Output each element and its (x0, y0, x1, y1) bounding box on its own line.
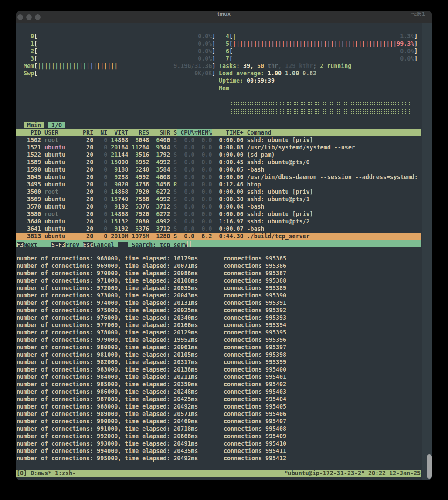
log-line-left: number of connections: 980000, time elap… (17, 344, 198, 351)
meter-label: 7 (219, 55, 229, 62)
log-line-right: connections 995400 (224, 366, 286, 373)
process-row-3580[interactable]: 3580 root 20 0 14868 7920 6272 S 0.0 0.0… (17, 210, 313, 218)
log-line-right: connections 995405 (224, 403, 286, 410)
tmux-status-bar: [0] 0:aws* 1:zsh-"ubuntu@ip-172-31-23-2"… (16, 470, 421, 477)
search-prompt: Search: (132, 242, 160, 248)
key-label-cancel[interactable]: Cancel (93, 242, 114, 248)
column-header-pri[interactable]: PRI (79, 129, 93, 136)
cell-ni: 0 (93, 189, 107, 195)
cell-time: 0:00.45 (212, 159, 243, 166)
log-line-right: connections 995409 (224, 432, 286, 440)
process-row-1502[interactable]: 1502 root 20 0 14868 8048 6400 S 0.0 0.0… (17, 136, 313, 144)
process-row-3640[interactable]: 3640 ubuntu 20 0 15132 7080 4992 S 0.0 0… (17, 218, 310, 225)
column-header-shr[interactable]: SHR (149, 129, 170, 136)
cell-state: S (170, 211, 177, 217)
cell-ni: 0 (93, 137, 107, 143)
process-row-3569[interactable]: 3569 ubuntu 20 0 15740 7568 4992 S 0.0 0… (17, 196, 310, 203)
key-esc[interactable]: Esc (83, 242, 93, 248)
column-header-cpu-mem[interactable]: CPU%▽MEM% (177, 129, 212, 136)
log-line-right: connections 995397 (224, 344, 286, 351)
process-row-3813[interactable]: 3813 ubuntu 20 0 2010M 1975M 1280 S 0.0 … (16, 233, 421, 240)
cell-cpu: 0.0 (177, 181, 194, 188)
log-line-left: number of connections: 992000, time elap… (17, 432, 198, 440)
cell-cpu: 0.0 (177, 218, 194, 225)
cell-ni: 0 (93, 233, 107, 240)
key-label-next[interactable]: Next (24, 242, 37, 248)
process-row-3500[interactable]: 3500 root 20 0 14868 7920 6272 S 0.0 0.0… (17, 188, 313, 196)
key-s-f3[interactable]: S-F3 (51, 242, 65, 248)
log-line-left: number of connections: 968000, time elap… (17, 255, 198, 262)
tmux-status-left[interactable]: [0] 0:aws* 1:zsh- (17, 470, 76, 476)
meter-label: 1 (17, 41, 34, 47)
log-line-right: connections 995393 (224, 314, 286, 321)
cell-user: ubuntu (41, 218, 79, 225)
process-row-3641[interactable]: 3641 ubuntu 20 0 9192 5376 3712 S 0.0 0.… (17, 225, 265, 233)
cell-time: 0:00.00 (212, 174, 243, 180)
log-line-left: number of connections: 970000, time elap… (17, 270, 198, 277)
column-header-pid[interactable]: PID (17, 129, 41, 136)
scrollbar-track[interactable] (422, 23, 432, 480)
cell-time: 0:00.00 (212, 152, 243, 158)
cell-state: S (170, 174, 177, 180)
log-line-right: connections 995388 (224, 277, 286, 284)
cell-time: 0:00.04 (212, 203, 243, 210)
cell-time: 1:16.97 (212, 218, 243, 225)
column-header-virt[interactable]: VIRT (107, 129, 128, 136)
key-label-prev[interactable]: Prev (65, 242, 79, 248)
cell-pid: 3495 (17, 181, 41, 188)
cell-ni: 0 (93, 152, 107, 158)
cell-user: ubuntu (41, 159, 79, 166)
cell-command: /usr/bin/dbus-daemon --session --address… (244, 174, 418, 180)
cell-pri: 20 (79, 144, 93, 151)
cell-user: ubuntu (41, 196, 79, 203)
cell-pri: 20 (79, 152, 93, 158)
column-header-res[interactable]: RES (128, 129, 149, 136)
column-header-ni[interactable]: NI (93, 129, 107, 136)
scrollbar-thumb[interactable] (427, 454, 432, 479)
column-header-time[interactable]: TIME+ (212, 129, 243, 136)
cpu-meter-0: 0[ 0.0%] (17, 33, 215, 40)
cell-state: R (170, 181, 177, 188)
mem-graph-row (231, 109, 412, 115)
cell-cpu: 0.0 (177, 189, 194, 195)
process-row-3570[interactable]: 3570 ubuntu 20 0 9192 5376 3712 S 0.0 0.… (17, 203, 265, 210)
log-line-right: connections 995406 (224, 410, 286, 418)
cell-mem: 0.0 (194, 218, 212, 225)
pane-border-horizontal[interactable] (16, 251, 421, 251)
process-row-3495[interactable]: 3495 ubuntu 20 0 9020 4736 3456 R 0.0 0.… (17, 181, 261, 188)
tmux-status-right: "ubuntu@ip-172-31-23-2" 20:22 12-Jan-25 (285, 470, 421, 477)
cell-pid: 1521 (17, 144, 41, 151)
cell-pri: 20 (79, 159, 93, 166)
column-header-s[interactable]: S (170, 129, 177, 136)
cell-pid: 3641 (17, 226, 41, 232)
cell-pri: 20 (79, 203, 93, 210)
cell-mem: 0.0 (194, 166, 212, 173)
process-row-1590[interactable]: 1590 ubuntu 20 0 9188 5248 3584 S 0.0 0.… (17, 166, 265, 173)
tab-main[interactable]: Main (24, 122, 44, 128)
process-row-1589[interactable]: 1589 ubuntu 20 0 15000 6952 4992 S 0.0 0… (17, 159, 310, 166)
log-line-right: connections 995391 (224, 299, 286, 307)
column-header-user[interactable]: USER (41, 129, 79, 136)
swap-meter: Swp[ 0K/0K] (17, 70, 215, 77)
cell-user: ubuntu (41, 166, 79, 173)
cell-mem: 0.0 (194, 189, 212, 195)
column-header-command[interactable]: Command (243, 129, 271, 136)
log-line-left: number of connections: 993000, time elap… (17, 440, 198, 447)
search-query[interactable]: tcp▁serv (160, 242, 187, 248)
cell-state: S (170, 196, 177, 203)
cell-time: 0:00.08 (212, 144, 243, 151)
cell-state: S (170, 166, 177, 173)
tab-io[interactable]: I/O (48, 122, 65, 128)
log-line-left: number of connections: 982000, time elap… (17, 358, 198, 366)
process-row-1522[interactable]: 1522 ubuntu 20 0 21144 3516 1792 S 0.0 0… (17, 151, 275, 159)
process-row-1521[interactable]: 1521 ubuntu 20 0 20164 11264 9344 S 0.0 … (17, 144, 355, 151)
pane-border-vertical[interactable] (222, 251, 222, 469)
log-line-left: number of connections: 979000, time elap… (17, 336, 198, 344)
htop-tabs: Main I/O (17, 122, 65, 129)
key-f3[interactable]: F3 (17, 242, 24, 248)
cpu-meter-1: 1[ 0.0%] (17, 40, 215, 47)
cell-cpu: 0.0 (177, 203, 194, 210)
log-line-left: number of connections: 984000, time elap… (17, 373, 198, 381)
process-row-3045[interactable]: 3045 ubuntu 20 0 9288 4992 4608 S 0.0 0.… (17, 173, 418, 181)
meter-label: Swp (17, 70, 34, 77)
